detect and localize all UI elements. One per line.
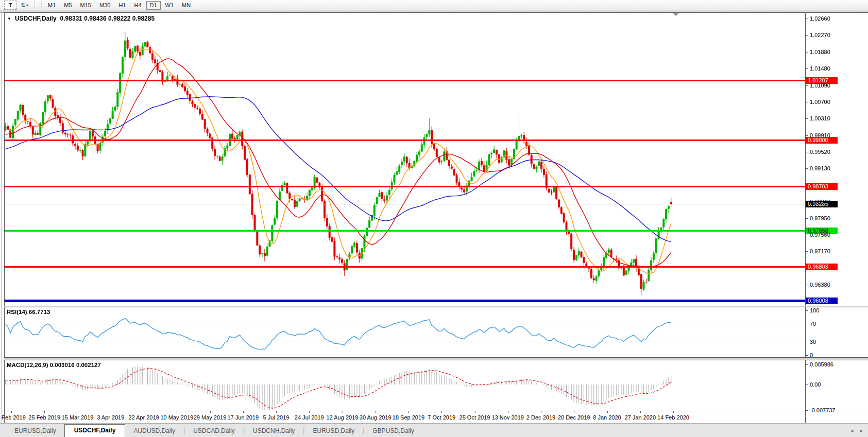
toolbar-separator: [35, 2, 36, 9]
price-tickmark: [805, 251, 808, 252]
chart-menu-icon[interactable]: ▼: [7, 16, 11, 21]
price-tickmark: [805, 168, 808, 169]
text-tool-button[interactable]: T: [4, 1, 16, 10]
date-tickmark: [508, 411, 508, 413]
date-label: 25 Feb 2019: [28, 414, 60, 421]
hline-0.96008[interactable]: [5, 300, 805, 302]
hline-0.98285[interactable]: [5, 204, 805, 204]
rsi-tickmark: [805, 310, 808, 311]
toolbar-separator: [197, 2, 198, 9]
price-ticklabel: 0.98340: [810, 199, 830, 205]
date-label: 30 Aug 2019: [360, 414, 392, 421]
price-ticklabel: 0.97950: [810, 215, 830, 221]
timeframe-group: M1M5M15M30H1H4D1W1MN: [44, 1, 195, 10]
date-label: 8 Jan 2020: [593, 414, 621, 421]
date-label: 17 Jun 2019: [227, 414, 259, 421]
date-tickmark: [78, 411, 78, 413]
rsi-label: RSI(14) 66.7713: [7, 309, 50, 315]
rsi-tickmark: [805, 355, 808, 356]
price-tag-0.98703: 0.98703: [806, 183, 838, 190]
tab-scroll-buttons: ◄ ►: [849, 428, 864, 433]
date-tickmark: [177, 411, 177, 413]
hline-0.97658[interactable]: [5, 230, 805, 232]
macd-canvas[interactable]: [5, 360, 805, 411]
timeframe-w1[interactable]: W1: [162, 1, 178, 10]
price-tickmark: [805, 68, 808, 69]
timeframe-m15[interactable]: M15: [77, 1, 95, 10]
date-tickmark: [276, 411, 277, 413]
timeframe-mn[interactable]: MN: [178, 1, 194, 10]
tab-usdcnh-daily[interactable]: USDCNH,Daily: [245, 425, 303, 437]
tab-usdcad-daily[interactable]: USDCAD,Daily: [185, 425, 243, 437]
macd-tickmark: [805, 384, 808, 385]
date-label: 18 Sep 2019: [393, 414, 424, 421]
date-tickmark: [376, 411, 376, 413]
rsi-ticklabel: 0: [810, 352, 813, 358]
date-tickmark: [210, 411, 211, 413]
date-tickmark: [111, 411, 111, 413]
tab-eurusd-daily[interactable]: EURUSD,Daily: [304, 425, 363, 437]
tab-eurusd-daily[interactable]: EURUSD,Daily: [6, 425, 64, 437]
date-label: 25 Oct 2019: [459, 414, 490, 421]
price-tickmark: [805, 85, 808, 86]
timeframe-m1[interactable]: M1: [44, 1, 59, 10]
date-tickmark: [309, 411, 310, 413]
chart-shift-marker[interactable]: [673, 13, 679, 16]
date-label: 7 Oct 2019: [428, 414, 455, 421]
timeframe-h1[interactable]: H1: [115, 1, 129, 10]
date-tickmark: [607, 411, 608, 413]
chevron-down-icon: ▼: [25, 4, 29, 7]
time-axis-line: [4, 411, 868, 411]
tab-scroll-right-icon[interactable]: ►: [859, 428, 864, 433]
hline-0.96803[interactable]: [5, 266, 805, 268]
date-tickmark: [640, 411, 641, 413]
toolbar-grip[interactable]: [41, 2, 42, 9]
rsi-ticklabel: 70: [810, 321, 816, 327]
date-tickmark: [409, 411, 409, 413]
arrange-windows-button[interactable]: ⇅ ▼: [18, 1, 32, 10]
price-ticklabel: 0.99520: [810, 149, 830, 155]
date-label: 3 Apr 2019: [97, 414, 124, 421]
price-tickmark: [805, 285, 808, 285]
price-tickmark: [805, 152, 808, 152]
macd-ticklabel: 0.00: [810, 381, 821, 388]
date-tickmark: [44, 411, 45, 413]
tab-gbpusd-daily[interactable]: GBPUSD,Daily: [364, 425, 422, 437]
toolbar: T ⇅ ▼ M1M5M15M30H1H4D1W1MN: [0, 0, 868, 11]
price-tickmark: [805, 19, 808, 19]
date-label: 14 Feb 2020: [657, 414, 689, 421]
date-label: 2 Dec 2019: [526, 414, 555, 421]
rsi-canvas[interactable]: [5, 307, 805, 357]
date-label: 27 Jan 2020: [624, 414, 656, 421]
symbol-title: USDCHF,Daily: [15, 15, 57, 22]
price-tickmark: [805, 135, 808, 136]
macd-label: MACD(12,26,9) 0.003016 0.002127: [7, 362, 101, 368]
macd-tickmark: [805, 364, 808, 365]
timeframe-m5[interactable]: M5: [60, 1, 75, 10]
main-chart-canvas[interactable]: [5, 13, 805, 306]
price-tickmark: [805, 235, 808, 235]
date-label: 15 Mar 2019: [62, 414, 94, 421]
price-tickmark: [805, 202, 808, 202]
hline-0.99800[interactable]: [5, 139, 805, 141]
timeframe-m30[interactable]: M30: [96, 1, 114, 10]
date-tickmark: [673, 411, 674, 413]
mt4-window: T ⇅ ▼ M1M5M15M30H1H4D1W1MN ▼ USDCHF,Dail…: [0, 0, 868, 437]
price-tickmark: [805, 102, 808, 102]
date-tickmark: [11, 411, 12, 413]
tab-usdchf-daily[interactable]: USDCHF,Daily: [64, 424, 126, 437]
timeframe-d1[interactable]: D1: [146, 1, 161, 10]
tab-scroll-left-icon[interactable]: ◄: [849, 428, 854, 433]
price-ticklabel: 1.00310: [810, 115, 830, 121]
arrange-icon: ⇅: [21, 2, 24, 9]
timeframe-h4[interactable]: H4: [130, 1, 145, 10]
price-tickmark: [805, 52, 808, 53]
price-ticklabel: 1.01480: [810, 65, 830, 72]
macd-ticklabel: -0.007737: [810, 407, 836, 413]
date-label: 12 Aug 2019: [327, 414, 359, 421]
hline-0.98703[interactable]: [5, 186, 805, 187]
price-ticklabel: 0.96380: [810, 282, 830, 288]
date-label: 6 Feb 2019: [0, 414, 26, 421]
tab-audusd-daily[interactable]: AUDUSD,Daily: [125, 425, 183, 437]
hline-1.01207[interactable]: [5, 80, 805, 81]
